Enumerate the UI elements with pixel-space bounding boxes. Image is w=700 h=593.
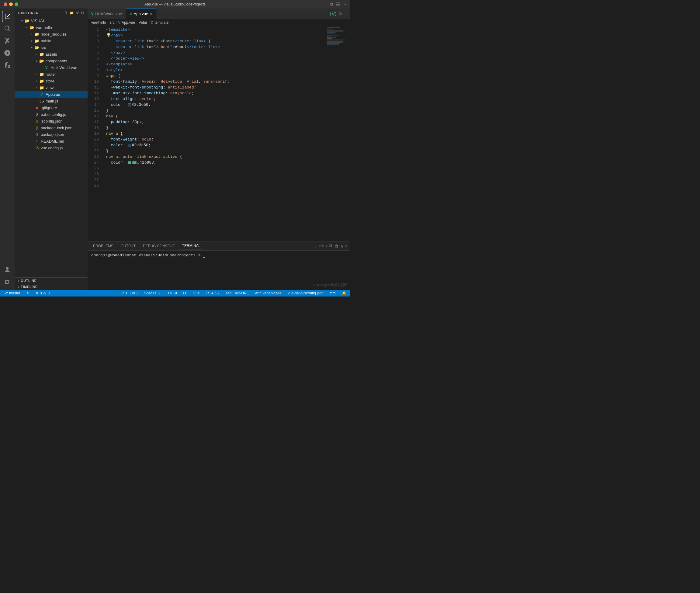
collapse-all-icon[interactable]: ⊟	[81, 11, 84, 15]
sidebar-item-appvue[interactable]: › V App.vue	[14, 91, 88, 97]
more-actions-icon[interactable]: ···	[342, 2, 346, 7]
project-status[interactable]: vue-hello/jsconfig.json	[286, 290, 325, 296]
settings-activity-icon[interactable]	[2, 276, 13, 287]
kill-terminal-icon[interactable]: 🗑	[334, 244, 338, 248]
split-terminal-icon[interactable]: ⧉	[329, 243, 332, 248]
folder-label: components	[46, 59, 67, 63]
git-branch-status[interactable]: ⎇ master	[2, 290, 22, 296]
sidebar-item-gitignore[interactable]: › ◆ .gitignore	[14, 104, 88, 111]
terminal-actions[interactable]: ⊞ zsh + ⧉ 🗑 ∧ ×	[315, 243, 347, 248]
extensions-activity-icon[interactable]	[2, 60, 13, 71]
sidebar-item-components[interactable]: ▾ 📂 components	[14, 57, 88, 64]
language-text: Vue	[193, 291, 200, 295]
tab-problems[interactable]: PROBLEMS	[90, 243, 117, 249]
timeline-arrow-icon: ›	[18, 285, 19, 288]
tab-debug-console[interactable]: DEBUG CONSOLE	[140, 243, 178, 249]
sidebar-item-jsconfig[interactable]: › {} jsconfig.json	[14, 118, 88, 124]
collapse-terminal-icon[interactable]: ∧	[340, 244, 343, 248]
color-swatch	[128, 144, 131, 147]
tab-appvue[interactable]: V App.vue ×	[126, 8, 156, 19]
editor-content[interactable]: 12345 678910 1112131415 1617181920 21222…	[88, 26, 326, 241]
sidebar-item-mainjs[interactable]: › JS main.js	[14, 97, 88, 104]
collapse-arrow-icon: ›	[29, 39, 34, 43]
search-activity-icon[interactable]	[2, 23, 13, 34]
sidebar-item-vueconfig[interactable]: › JS vue.config.js	[14, 145, 88, 151]
sidebar-item-node-modules[interactable]: › 📁 node_modules	[14, 31, 88, 37]
timeline-section-header[interactable]: › TIMELINE	[14, 284, 88, 290]
sidebar-item-views[interactable]: › 📁 views	[14, 84, 88, 91]
breadcrumb-src[interactable]: src	[110, 21, 115, 25]
breadcrumb-vetur[interactable]: Vetur	[139, 21, 147, 25]
file-tree: ▾ 📂 VISUAL... ▾ 📂 vue-hello › 📁 node_mod…	[14, 17, 88, 277]
sidebar-item-readme[interactable]: › ℹ README.md	[14, 138, 88, 145]
more-editor-actions-icon[interactable]: ···	[344, 11, 347, 16]
encoding-status[interactable]: UTF-8	[165, 290, 178, 296]
sidebar-item-src[interactable]: ▾ 📂 src	[14, 44, 88, 51]
explorer-actions[interactable]: 🗋 📁 ↺ ⊟	[64, 11, 84, 15]
tag-status[interactable]: Tag: UNSURE	[224, 290, 250, 296]
eol-status[interactable]: LF	[182, 290, 189, 296]
indent-status[interactable]: Spaces: 2	[143, 290, 161, 296]
minimize-button[interactable]	[9, 2, 13, 6]
sidebar-item-package[interactable]: › {} package.json	[14, 131, 88, 138]
sync-status[interactable]: ↻	[25, 290, 31, 296]
new-terminal-icon[interactable]: ⊞ zsh +	[315, 244, 327, 248]
branch-name: master	[9, 291, 20, 295]
new-file-icon[interactable]: 🗋	[64, 11, 68, 15]
account-activity-icon[interactable]	[2, 264, 13, 275]
explorer-title: EXPLORER	[18, 11, 39, 15]
maximize-button[interactable]	[14, 2, 18, 6]
no-arrow: ›	[29, 133, 34, 136]
tabs-bar: V HelloWorld.vue V App.vue × ⟨V⟩ ⧉ ···	[88, 8, 350, 19]
code-line-22: nav a {	[101, 131, 326, 136]
sidebar-item-vue-hello[interactable]: ▾ 📂 vue-hello	[14, 24, 88, 31]
editor-top-actions[interactable]: ⟨V⟩ ⧉ ···	[330, 11, 350, 17]
new-folder-icon[interactable]: 📁	[70, 11, 74, 15]
sidebar-item-babel[interactable]: › B babel.config.js	[14, 111, 88, 118]
tab-close-icon[interactable]: ×	[150, 11, 152, 16]
breadcrumb-vue-hello[interactable]: vue-hello	[91, 21, 106, 25]
attr-status[interactable]: Attr: kebab-case	[254, 290, 283, 296]
tab-helloworld[interactable]: V HelloWorld.vue	[88, 8, 126, 19]
toggle-panel-icon[interactable]: ☰	[336, 2, 340, 7]
breadcrumb-sep: ›	[116, 21, 117, 25]
errors-warnings[interactable]: ⊗ 0 ⚠ 0	[34, 290, 51, 296]
window-controls[interactable]	[4, 2, 18, 6]
sidebar-item-helloworld[interactable]: › V HelloWorld.vue	[14, 64, 88, 71]
remote-status[interactable]: ⊏⊐	[328, 290, 337, 296]
tab-terminal[interactable]: TERMINAL	[179, 242, 204, 249]
terminal-content[interactable]: chenjia@wodediannao VisualStudioCodeProj…	[88, 250, 350, 290]
expand-arrow-icon: ▾	[19, 19, 24, 23]
sidebar-item-router[interactable]: › 📁 router	[14, 71, 88, 78]
folder-icon: 📁	[39, 52, 44, 56]
split-editor-right-icon[interactable]: ⧉	[339, 11, 342, 16]
sidebar-item-assets[interactable]: › 📁 assets	[14, 51, 88, 57]
titlebar-actions[interactable]: ⧉ ☰ ···	[330, 2, 346, 7]
breadcrumb-appvue[interactable]: App.vue	[122, 21, 135, 25]
sidebar-item-public[interactable]: › 📁 public	[14, 37, 88, 44]
cursor-position[interactable]: Ln 1, Col 1	[119, 290, 139, 296]
breadcrumb-sep: ›	[107, 21, 109, 25]
run-activity-icon[interactable]	[2, 47, 13, 58]
tab-output[interactable]: OUTPUT	[118, 243, 139, 249]
sidebar-item-visual[interactable]: ▾ 📂 VISUAL...	[14, 17, 88, 24]
close-button[interactable]	[4, 2, 7, 6]
refresh-icon[interactable]: ↺	[76, 11, 79, 15]
source-control-activity-icon[interactable]	[2, 35, 13, 46]
breadcrumb-template[interactable]: template	[155, 21, 168, 25]
notification-status[interactable]: 🔔	[340, 290, 347, 296]
expand-arrow-icon: ▾	[34, 59, 39, 63]
explorer-activity-icon[interactable]	[2, 11, 13, 22]
sidebar-item-store[interactable]: › 📁 store	[14, 78, 88, 84]
split-editor-icon[interactable]: ⧉	[330, 2, 333, 7]
breadcrumb-sep: ›	[136, 21, 137, 25]
language-status[interactable]: Vue	[192, 290, 201, 296]
ts-version-status[interactable]: TS 4.6.2	[205, 290, 221, 296]
sidebar-item-package-lock[interactable]: › {} package-lock.json	[14, 124, 88, 131]
close-terminal-icon[interactable]: ×	[345, 244, 347, 248]
tab-label: HelloWorld.vue	[95, 11, 122, 16]
outline-section-header[interactable]: › OUTLINE	[14, 278, 88, 284]
code-line-16: }	[101, 108, 326, 113]
code-line-2: 💡<nav>	[101, 33, 326, 38]
code-editor[interactable]: <template> 💡<nav> <router-link to="/">Ho…	[101, 26, 326, 241]
